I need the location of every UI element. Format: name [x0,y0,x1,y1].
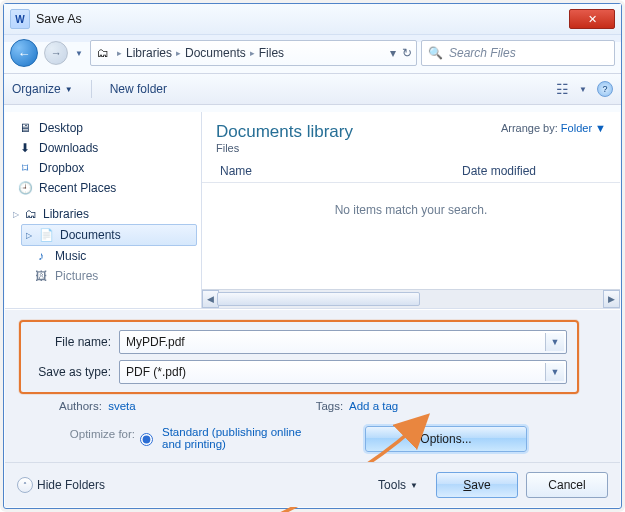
libraries-icon: 🗂 [23,206,39,222]
tags-label: Tags: [316,400,344,412]
sidebar-item-documents[interactable]: ▷ 📄 Documents [21,224,197,246]
library-subtitle: Files [216,142,353,154]
toolbar: Organize▼ New folder ☷▼ ? [4,73,621,105]
desktop-icon: 🖥 [17,120,33,136]
address-bar[interactable]: 🗂 ▸Libraries ▸Documents ▸Files ▾ ↻ [90,40,417,66]
horizontal-scrollbar[interactable]: ◀ ▶ [202,289,620,308]
close-button[interactable]: ✕ [569,9,615,29]
documents-icon: 📄 [38,227,54,243]
scroll-thumb[interactable] [217,292,420,306]
sidebar-item-label: Dropbox [39,161,84,175]
arrow-left-icon: ← [18,46,31,61]
column-headers[interactable]: Name Date modified [202,158,620,183]
refresh-icon[interactable]: ↻ [402,46,412,60]
hide-folders-button[interactable]: ˄ Hide Folders [17,477,105,493]
file-name-input[interactable]: MyPDF.pdf ▼ [119,330,567,354]
address-dropdown-icon[interactable]: ▾ [390,46,396,60]
search-input[interactable]: 🔍 Search Files [421,40,615,66]
radio-standard[interactable]: Standard (publishing online and printing… [135,426,365,450]
sidebar-item-dropbox[interactable]: ⌑ Dropbox [13,158,197,178]
authors-value[interactable]: sveta [108,400,136,412]
column-name[interactable]: Name [214,164,456,178]
tags-value[interactable]: Add a tag [349,400,398,412]
radio-standard-input[interactable] [140,429,153,450]
forward-button[interactable]: → [44,41,68,65]
save-as-type-select[interactable]: PDF (*.pdf) ▼ [119,360,567,384]
arrow-right-icon: → [50,47,61,60]
organize-button[interactable]: Organize▼ [12,82,73,96]
sidebar-header-label: Libraries [43,207,89,221]
column-date-modified[interactable]: Date modified [456,164,608,178]
help-icon[interactable]: ? [597,81,613,97]
sidebar-libraries-header[interactable]: ▷ 🗂 Libraries [13,204,197,224]
titlebar: W Save As ✕ [4,4,621,35]
close-icon: ✕ [588,13,597,26]
libraries-icon: 🗂 [95,45,111,61]
search-placeholder: Search Files [449,46,516,60]
arrange-by[interactable]: Arrange by: Folder ▼ [501,122,606,134]
new-folder-button[interactable]: New folder [110,82,167,96]
sidebar-item-pictures[interactable]: 🖼 Pictures [29,266,197,286]
sidebar-item-label: Pictures [55,269,98,283]
dialog-title: Save As [36,12,82,26]
highlighted-fields: File name: MyPDF.pdf ▼ Save as type: PDF… [19,320,579,394]
cancel-button[interactable]: Cancel [526,472,608,498]
authors-label: Authors: [59,400,102,412]
form-area: File name: MyPDF.pdf ▼ Save as type: PDF… [5,309,620,507]
history-dropdown[interactable]: ▼ [72,46,86,60]
sidebar-item-label: Recent Places [39,181,116,195]
scroll-right-icon[interactable]: ▶ [603,290,620,308]
pictures-icon: 🖼 [33,268,49,284]
sidebar-item-downloads[interactable]: ⬇ Downloads [13,138,197,158]
music-icon: ♪ [33,248,49,264]
dropbox-icon: ⌑ [17,160,33,176]
empty-message: No items match your search. [202,183,620,289]
recent-icon: 🕘 [17,180,33,196]
chevron-down-icon[interactable]: ▼ [545,333,564,351]
save-as-dialog: { "titlebar": { "title": "Save As", "app… [3,3,622,509]
chevron-up-icon: ˄ [17,477,33,493]
content-area: Documents library Files Arrange by: Fold… [202,112,620,308]
sidebar-item-music[interactable]: ♪ Music [29,246,197,266]
options-button[interactable]: Options... [365,426,527,452]
back-button[interactable]: ← [10,39,38,67]
dialog-bottom-bar: ˄ Hide Folders Tools▼ Save Cancel [5,462,620,507]
sidebar-item-label: Downloads [39,141,98,155]
save-button[interactable]: Save [436,472,518,498]
file-name-label: File name: [31,335,111,349]
sidebar-item-label: Desktop [39,121,83,135]
tools-menu[interactable]: Tools▼ [378,478,418,492]
breadcrumb[interactable]: ▸Libraries ▸Documents ▸Files [117,46,284,60]
save-as-type-label: Save as type: [31,365,111,379]
app-icon: W [10,9,30,29]
chevron-down-icon[interactable]: ▼ [545,363,564,381]
library-title: Documents library [216,122,353,142]
nav-bar: ← → ▼ 🗂 ▸Libraries ▸Documents ▸Files ▾ ↻… [4,35,621,73]
sidebar-item-label: Music [55,249,86,263]
view-icon[interactable]: ☷ [556,81,569,97]
sidebar: 🖥 Desktop ⬇ Downloads ⌑ Dropbox 🕘 Recent… [5,112,202,308]
downloads-icon: ⬇ [17,140,33,156]
sidebar-item-label: Documents [60,228,121,242]
search-icon: 🔍 [428,46,443,60]
sidebar-item-desktop[interactable]: 🖥 Desktop [13,118,197,138]
sidebar-item-recent[interactable]: 🕘 Recent Places [13,178,197,198]
